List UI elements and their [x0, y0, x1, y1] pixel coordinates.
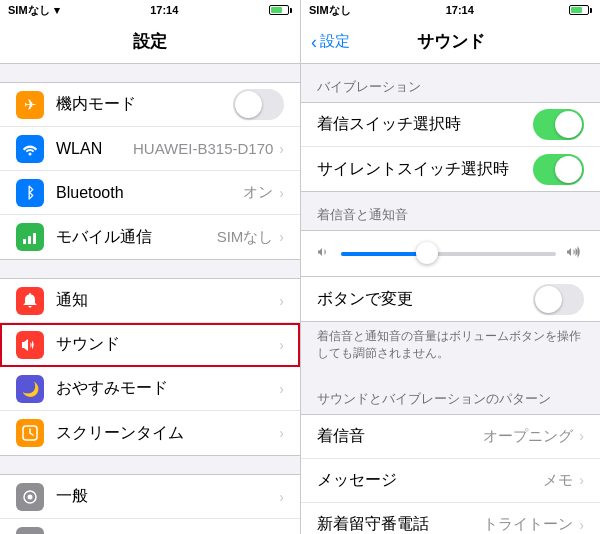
cellular-value: SIMなし — [217, 228, 274, 247]
notification-label: 通知 — [56, 290, 279, 311]
wlan-value: HUAWEI-B315-D170 — [133, 140, 273, 157]
sound-icon — [16, 331, 44, 359]
back-chevron-icon: ‹ — [311, 33, 317, 51]
bluetooth-label: Bluetooth — [56, 184, 243, 202]
wifi-icon: ▾ — [54, 4, 60, 17]
svg-point-5 — [28, 494, 33, 499]
message-value: メモ — [543, 471, 573, 490]
left-status-bar: SIMなし ▾ 17:14 — [0, 0, 300, 20]
airplane-label: 機内モード — [56, 94, 233, 115]
ringtone-item[interactable]: 着信音 オープニング › — [301, 415, 600, 459]
screentime-label: スクリーンタイム — [56, 423, 279, 444]
change-by-button-toggle[interactable] — [533, 284, 584, 315]
left-nav-bar: 設定 — [0, 20, 300, 64]
airplane-mode-item[interactable]: ✈ 機内モード — [0, 83, 300, 127]
wlan-chevron: › — [279, 141, 284, 157]
airplane-toggle[interactable] — [233, 89, 284, 120]
volume-slider-track[interactable] — [341, 252, 556, 256]
battery-icon — [269, 5, 292, 15]
ring-switch-item[interactable]: 着信スイッチ選択時 — [301, 103, 600, 147]
ringtone-label: 着信音 — [317, 426, 483, 447]
ringtone-value: オープニング — [483, 427, 573, 446]
svg-rect-1 — [28, 236, 31, 244]
left-nav-title: 設定 — [133, 30, 167, 53]
right-status-bar: SIMなし 17:14 — [301, 0, 600, 20]
control-item[interactable]: コントロールセンター › — [0, 519, 300, 534]
new-voicemail-label: 新着留守番電話 — [317, 514, 483, 534]
volume-slider-thumb — [416, 242, 438, 264]
ring-switch-label: 着信スイッチ選択時 — [317, 114, 533, 135]
ringtone-chevron: › — [579, 428, 584, 444]
right-carrier: SIMなし — [309, 3, 351, 18]
cellular-item[interactable]: モバイル通信 SIMなし › — [0, 215, 300, 259]
left-status-left: SIMなし ▾ — [8, 3, 60, 18]
list-group-2: 通知 › サウンド › 🌙 おやすみモード — [0, 278, 300, 456]
general-icon — [16, 483, 44, 511]
svg-rect-0 — [23, 239, 26, 244]
volume-low-icon — [317, 245, 331, 262]
volume-high-icon — [566, 243, 584, 264]
general-label: 一般 — [56, 486, 279, 507]
airplane-icon: ✈ — [16, 91, 44, 119]
screentime-chevron: › — [279, 425, 284, 441]
right-screen: SIMなし 17:14 ‹ 設定 サウンド バイブレーション 着信スイッチ選択時 — [300, 0, 600, 534]
sound-chevron: › — [279, 337, 284, 353]
wlan-label: WLAN — [56, 140, 133, 158]
left-status-right — [269, 5, 292, 15]
donotdisturb-item[interactable]: 🌙 おやすみモード › — [0, 367, 300, 411]
right-status-right — [569, 5, 592, 15]
ring-switch-toggle[interactable] — [533, 109, 584, 140]
bluetooth-value: オン — [243, 183, 273, 202]
left-time: 17:14 — [150, 4, 178, 16]
notification-item[interactable]: 通知 › — [0, 279, 300, 323]
left-scroll-area[interactable]: ✈ 機内モード WLAN HUAWEI-B315-D170 › — [0, 64, 300, 534]
cellular-chevron: › — [279, 229, 284, 245]
right-scroll-area[interactable]: バイブレーション 着信スイッチ選択時 サイレントスイッチ選択時 着信音と通知音 — [301, 64, 600, 534]
silent-switch-item[interactable]: サイレントスイッチ選択時 — [301, 147, 600, 191]
list-group-3: 一般 › コントロールセンター › — [0, 474, 300, 534]
bluetooth-chevron: › — [279, 185, 284, 201]
vibration-section-title: バイブレーション — [301, 64, 600, 102]
volume-slider-row[interactable] — [301, 230, 600, 277]
cellular-label: モバイル通信 — [56, 227, 217, 248]
donotdisturb-icon: 🌙 — [16, 375, 44, 403]
donotdisturb-chevron: › — [279, 381, 284, 397]
right-nav-bar: ‹ 設定 サウンド — [301, 20, 600, 64]
bluetooth-icon: ᛒ — [16, 179, 44, 207]
notification-chevron: › — [279, 293, 284, 309]
settings-group-2: 通知 › サウンド › 🌙 おやすみモード — [0, 278, 300, 456]
left-carrier: SIMなし — [8, 3, 50, 18]
volume-slider-fill — [341, 252, 427, 256]
right-time: 17:14 — [446, 4, 474, 16]
new-voicemail-item[interactable]: 新着留守番電話 トライトーン › — [301, 503, 600, 534]
screentime-icon — [16, 419, 44, 447]
sound-label: サウンド — [56, 334, 279, 355]
change-button-group: ボタンで変更 — [301, 277, 600, 322]
control-icon — [16, 527, 44, 534]
donotdisturb-label: おやすみモード — [56, 378, 279, 399]
screentime-item[interactable]: スクリーンタイム › — [0, 411, 300, 455]
right-status-left: SIMなし — [309, 3, 351, 18]
general-chevron: › — [279, 489, 284, 505]
cellular-icon — [16, 223, 44, 251]
settings-group-3: 一般 › コントロールセンター › — [0, 474, 300, 534]
volume-note: 着信音と通知音の音量はボリュームボタンを操作しても調節されません。 — [301, 322, 600, 372]
right-battery-icon — [569, 5, 592, 15]
message-item[interactable]: メッセージ メモ › — [301, 459, 600, 503]
vibration-group: 着信スイッチ選択時 サイレントスイッチ選択時 — [301, 102, 600, 192]
wlan-item[interactable]: WLAN HUAWEI-B315-D170 › — [0, 127, 300, 171]
message-chevron: › — [579, 472, 584, 488]
volume-section-title: 着信音と通知音 — [301, 192, 600, 230]
change-by-button-item[interactable]: ボタンで変更 — [301, 277, 600, 321]
silent-switch-label: サイレントスイッチ選択時 — [317, 159, 533, 180]
general-item[interactable]: 一般 › — [0, 475, 300, 519]
left-screen: SIMなし ▾ 17:14 設定 ✈ 機内モード — [0, 0, 300, 534]
sound-item[interactable]: サウンド › — [0, 323, 300, 367]
bluetooth-item[interactable]: ᛒ Bluetooth オン › — [0, 171, 300, 215]
new-voicemail-chevron: › — [579, 517, 584, 533]
change-by-button-label: ボタンで変更 — [317, 289, 533, 310]
silent-switch-toggle[interactable] — [533, 154, 584, 185]
message-label: メッセージ — [317, 470, 543, 491]
pattern-section-title: サウンドとバイブレーションのパターン — [301, 376, 600, 414]
back-button[interactable]: ‹ 設定 — [311, 32, 350, 51]
